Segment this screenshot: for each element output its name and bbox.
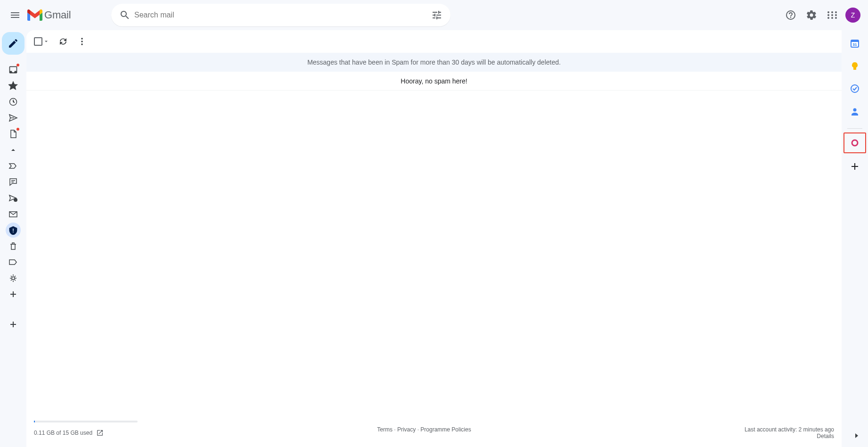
sidepanel-divider: [847, 128, 862, 129]
addon-circle-icon: [850, 138, 860, 148]
clock-icon: [8, 97, 18, 107]
nav-starred[interactable]: [6, 78, 21, 93]
main-content: Messages that have been in Spam for more…: [26, 30, 842, 447]
google-apps-button[interactable]: [823, 6, 842, 25]
settings-button[interactable]: [802, 6, 821, 25]
plus-icon: [8, 320, 18, 329]
header: Gmail Z: [0, 0, 868, 30]
nav-inbox[interactable]: [6, 62, 21, 77]
chevron-right-icon: [852, 431, 861, 440]
svg-text:31: 31: [853, 42, 857, 47]
plus-icon: [850, 162, 860, 171]
apps-grid-icon: [827, 9, 838, 21]
sidepanel-keep[interactable]: [845, 57, 864, 75]
nav-sent[interactable]: [6, 110, 21, 125]
sidepanel-collapse-button[interactable]: [849, 428, 864, 443]
chat-icon: [8, 177, 18, 187]
left-navigation: [0, 30, 26, 447]
footer-privacy-link[interactable]: Privacy: [397, 426, 416, 433]
footer: 0.11 GB of 15 GB used Terms · Privacy · …: [26, 417, 842, 447]
support-button[interactable]: [781, 6, 800, 25]
select-all-checkbox[interactable]: [34, 37, 49, 46]
sidepanel-tasks[interactable]: [845, 79, 864, 98]
nav-manage-labels[interactable]: [6, 271, 21, 286]
svg-rect-7: [851, 40, 859, 42]
svg-point-12: [852, 140, 858, 146]
toolbar: [26, 30, 842, 53]
footer-details-link[interactable]: Details: [745, 433, 834, 439]
svg-point-2: [12, 277, 15, 280]
dropdown-arrow-icon: [43, 39, 49, 44]
nav-spam[interactable]: [6, 223, 21, 238]
unread-badge: [16, 64, 19, 66]
svg-point-11: [853, 108, 857, 112]
footer-activity-text: Last account activity: 2 minutes ago: [745, 426, 834, 433]
tune-icon: [431, 9, 442, 21]
gmail-logo-icon: [27, 9, 42, 21]
inbox-icon: [8, 65, 18, 74]
more-button[interactable]: [77, 37, 87, 46]
search-bar[interactable]: [111, 4, 450, 26]
empty-state-text: Hooray, no spam here!: [26, 72, 842, 91]
storage-bar: [34, 421, 138, 422]
unread-badge: [16, 128, 19, 131]
footer-terms-link[interactable]: Terms: [377, 426, 393, 433]
calendar-icon: 31: [850, 39, 860, 48]
refresh-button[interactable]: [58, 37, 68, 46]
svg-point-1: [14, 198, 17, 202]
search-options-button[interactable]: [427, 6, 446, 25]
nav-create-label[interactable]: [6, 287, 21, 302]
send-icon: [8, 113, 18, 123]
open-in-new-icon[interactable]: [96, 429, 104, 437]
nav-chats[interactable]: [6, 174, 21, 190]
hamburger-icon: [9, 9, 21, 21]
keep-icon: [850, 61, 860, 71]
chevron-up-icon: [8, 145, 18, 155]
pencil-icon: [8, 38, 19, 49]
tasks-icon: [850, 84, 860, 93]
label-icon: [8, 257, 18, 267]
nav-scheduled[interactable]: [6, 190, 21, 206]
search-icon[interactable]: [115, 6, 134, 25]
sidepanel-get-addons[interactable]: [845, 157, 864, 176]
all-mail-icon: [8, 209, 18, 219]
gear-icon: [806, 9, 817, 21]
svg-point-3: [81, 38, 83, 40]
spam-info-banner: Messages that have been in Spam for more…: [26, 53, 842, 72]
compose-button[interactable]: [2, 32, 25, 55]
nav-trash[interactable]: [6, 239, 21, 254]
file-icon: [8, 129, 18, 139]
important-icon: [8, 161, 18, 171]
main-menu-button[interactable]: [4, 4, 26, 26]
contacts-icon: [850, 107, 860, 116]
nav-important[interactable]: [6, 158, 21, 174]
svg-rect-9: [853, 69, 856, 70]
nav-categories[interactable]: [6, 255, 21, 270]
svg-point-4: [81, 41, 83, 42]
nav-snoozed[interactable]: [6, 94, 21, 109]
help-icon: [785, 9, 796, 21]
nav-all-mail[interactable]: [6, 207, 21, 222]
svg-point-5: [81, 43, 83, 45]
nav-less[interactable]: [6, 142, 21, 157]
footer-policies-link[interactable]: Programme Policies: [420, 426, 471, 433]
nav-new-label[interactable]: [6, 317, 21, 332]
star-icon: [8, 81, 18, 91]
nav-drafts[interactable]: [6, 126, 21, 141]
svg-point-10: [851, 85, 859, 92]
sidepanel-contacts[interactable]: [845, 102, 864, 121]
account-avatar[interactable]: Z: [845, 8, 860, 23]
spam-icon: [8, 225, 18, 235]
storage-text: 0.11 GB of 15 GB used: [34, 430, 92, 436]
sidepanel-highlighted-addon[interactable]: [843, 132, 866, 153]
sidepanel-calendar[interactable]: 31: [845, 34, 864, 53]
trash-icon: [8, 241, 18, 251]
side-panel: 31: [842, 30, 868, 447]
gear-small-icon: [8, 273, 18, 283]
search-input[interactable]: [134, 11, 427, 19]
plus-icon: [8, 290, 18, 299]
scheduled-icon: [8, 193, 18, 203]
gmail-logo-text: Gmail: [44, 9, 71, 21]
gmail-logo[interactable]: Gmail: [26, 9, 111, 21]
